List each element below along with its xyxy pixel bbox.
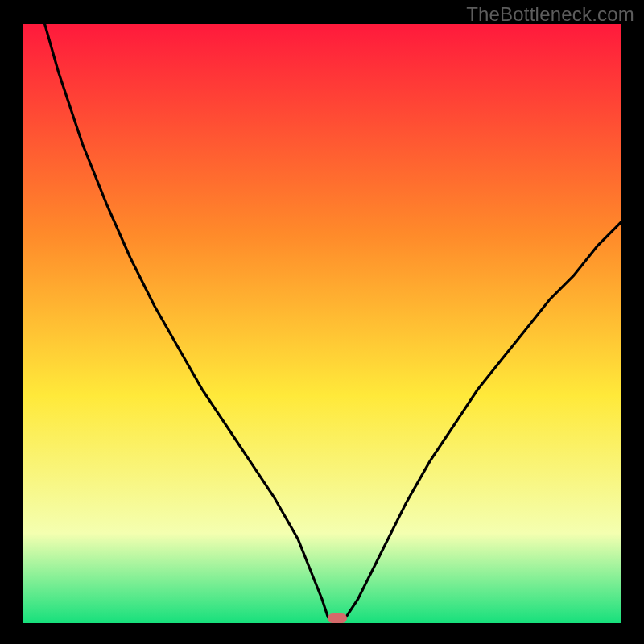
chart-svg [23, 24, 621, 623]
watermark-text: TheBottleneck.com [466, 3, 634, 26]
optimal-point-marker [328, 613, 347, 623]
plot-area [23, 24, 621, 623]
chart-container: TheBottleneck.com [0, 0, 644, 644]
